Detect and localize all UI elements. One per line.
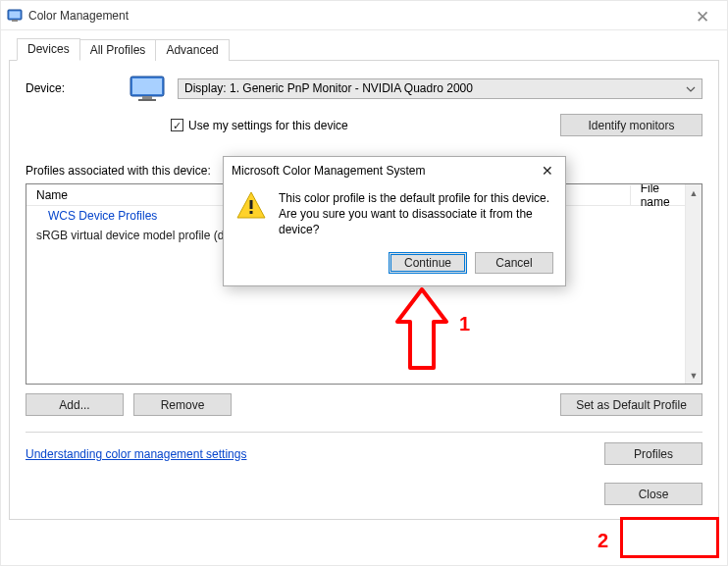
device-select[interactable]: Display: 1. Generic PnP Monitor - NVIDIA…: [178, 78, 702, 99]
add-button[interactable]: Add...: [26, 393, 124, 416]
chevron-down-icon: [686, 83, 696, 97]
identify-monitors-button[interactable]: Identify monitors: [560, 114, 702, 136]
app-icon: [7, 8, 23, 24]
annotation-close-highlight: [620, 517, 719, 558]
svg-rect-4: [132, 78, 162, 94]
remove-button[interactable]: Remove: [133, 393, 232, 416]
tab-devices[interactable]: Devices: [17, 38, 80, 61]
monitor-icon: [129, 75, 168, 102]
scroll-down-icon[interactable]: ▼: [686, 367, 702, 384]
cancel-button[interactable]: Cancel: [475, 252, 553, 274]
confirmation-dialog: Microsoft Color Management System ✕ This…: [223, 156, 566, 286]
use-my-settings-checkbox[interactable]: ✓: [171, 119, 183, 131]
tab-strip: Devices All Profiles Advanced: [17, 38, 719, 60]
help-link[interactable]: Understanding color management settings: [26, 447, 246, 461]
dialog-message: This color profile is the default profil…: [279, 190, 553, 238]
check-icon: ✓: [173, 121, 182, 130]
window-titlebar: Color Management ✕: [1, 1, 727, 30]
scrollbar[interactable]: ▲ ▼: [685, 184, 702, 384]
svg-rect-2: [12, 20, 18, 22]
dialog-title: Microsoft Color Management System: [232, 164, 425, 178]
dialog-close-button[interactable]: ✕: [538, 163, 557, 179]
dialog-titlebar: Microsoft Color Management System ✕: [224, 157, 565, 184]
window-close-button[interactable]: ✕: [688, 7, 717, 27]
window-title: Color Management: [28, 9, 129, 23]
use-my-settings-label: Use my settings for this device: [188, 119, 348, 132]
warning-icon: [235, 190, 267, 220]
svg-rect-5: [142, 96, 152, 99]
svg-rect-7: [250, 200, 253, 209]
svg-rect-6: [138, 99, 156, 101]
tab-advanced[interactable]: Advanced: [155, 39, 229, 61]
annotation-label-2: 2: [598, 530, 608, 552]
tab-pane-devices: Device: Display: 1. Generic PnP Monitor …: [9, 60, 719, 520]
set-default-button[interactable]: Set as Default Profile: [560, 393, 702, 416]
close-button[interactable]: Close: [604, 483, 702, 505]
profiles-button[interactable]: Profiles: [604, 442, 702, 465]
svg-rect-8: [250, 211, 253, 214]
annotation-label-1: 1: [459, 313, 470, 335]
divider: [26, 432, 702, 433]
svg-rect-1: [10, 11, 21, 18]
device-select-value: Display: 1. Generic PnP Monitor - NVIDIA…: [184, 81, 473, 95]
scroll-up-icon[interactable]: ▲: [686, 184, 702, 201]
device-label: Device:: [26, 81, 119, 95]
tab-all-profiles[interactable]: All Profiles: [79, 39, 157, 61]
continue-button[interactable]: Continue: [389, 252, 467, 274]
